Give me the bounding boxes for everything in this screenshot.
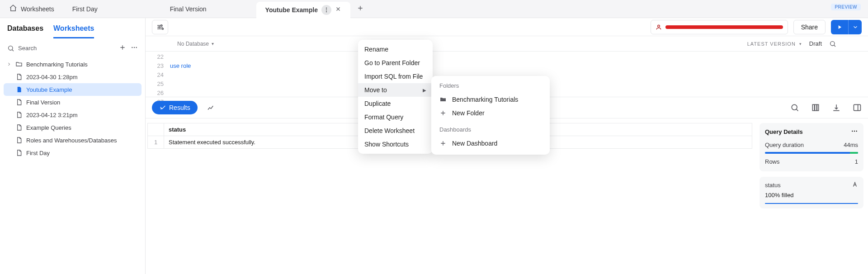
home-icon <box>9 4 17 14</box>
svg-point-7 <box>161 24 162 26</box>
svg-point-19 <box>856 131 857 132</box>
svg-point-12 <box>792 104 797 110</box>
tree-label: First Day <box>26 150 50 156</box>
duration-label: Query duration <box>765 142 804 148</box>
filled-label: 100% filled <box>765 192 858 198</box>
tab-home[interactable]: Worksheets <box>0 0 63 18</box>
chevron-right-icon <box>6 61 12 67</box>
tab-kebab-icon[interactable] <box>321 5 331 15</box>
file-icon <box>15 73 23 80</box>
tree-item[interactable]: 2023-04-30 1:28pm <box>4 71 142 83</box>
panel-title: Query Details <box>765 128 803 135</box>
chart-toggle[interactable] <box>203 101 218 114</box>
ctx-shortcuts[interactable]: Show Shortcuts <box>358 137 433 151</box>
sub-new-dashboard[interactable]: New Dashboard <box>431 137 550 150</box>
ctx-format-query[interactable]: Format Query <box>358 110 433 124</box>
version-selector[interactable]: LATEST VERSION ▾ <box>747 41 802 47</box>
tab-final-version[interactable]: Final Version <box>161 0 216 18</box>
tree-label: Benchmarking Tutorials <box>26 61 88 68</box>
share-button[interactable]: Share <box>793 20 826 34</box>
svg-point-17 <box>852 131 853 132</box>
tree-item[interactable]: First Day <box>4 146 142 159</box>
file-icon <box>15 137 23 144</box>
sub-head-dashboards: Dashboards <box>431 124 550 137</box>
tree-item[interactable]: Roles and Warehouses/Databases <box>4 134 142 146</box>
panel-toggle-icon[interactable] <box>853 103 862 112</box>
svg-point-8 <box>159 26 160 28</box>
query-details-panel: Query Details Query duration 44ms Rows 1 <box>760 123 863 171</box>
results-icon <box>159 104 166 111</box>
tab-active-youtube-example[interactable]: Youtube Example <box>256 2 350 18</box>
filled-bar <box>765 203 858 204</box>
left-tab-worksheets[interactable]: Worksheets <box>53 24 94 38</box>
editor-search-icon[interactable] <box>829 40 836 47</box>
settings-button[interactable] <box>152 20 168 34</box>
file-icon <box>15 149 23 156</box>
tree-label: 2023-04-12 3:21pm <box>26 112 77 118</box>
sub-new-folder[interactable]: New Folder <box>431 106 550 120</box>
run-button[interactable] <box>831 20 848 34</box>
tab-label: Final Version <box>170 5 207 13</box>
redacted-role <box>665 25 783 29</box>
run-menu-button[interactable] <box>848 20 862 34</box>
sub-head-folders: Folders <box>431 80 550 93</box>
tree-label: Example Queries <box>26 124 71 131</box>
version-label: LATEST VERSION <box>747 41 796 47</box>
file-icon <box>15 124 23 131</box>
ctx-rename[interactable]: Rename <box>358 43 433 56</box>
text-type-icon <box>852 181 858 189</box>
ctx-delete[interactable]: Delete Worksheet <box>358 124 433 137</box>
svg-point-5 <box>134 47 135 48</box>
code-line: use role <box>170 62 191 69</box>
row-number: 1 <box>148 136 164 149</box>
no-db-label: No Database <box>177 41 209 47</box>
tree-label: 2023-04-30 1:28pm <box>26 74 77 80</box>
svg-point-0 <box>326 7 327 8</box>
svg-rect-14 <box>815 104 816 110</box>
results-search-icon[interactable] <box>790 103 799 112</box>
editor-gutter: 22 23 24 25 26 27 <box>146 52 170 97</box>
user-icon <box>656 24 662 30</box>
svg-point-6 <box>136 47 137 48</box>
svg-rect-13 <box>812 104 814 110</box>
tab-label: Youtube Example <box>265 6 318 14</box>
rows-label: Rows <box>765 158 780 165</box>
ctx-move-to[interactable]: Move to▶ <box>358 83 433 97</box>
svg-rect-16 <box>854 104 861 110</box>
tab-label: First Day <box>72 5 98 13</box>
tab-home-label: Worksheets <box>21 5 54 13</box>
panel-more-icon[interactable] <box>851 128 858 136</box>
role-warehouse-selector[interactable] <box>651 20 788 34</box>
duration-value: 44ms <box>844 142 858 148</box>
svg-point-2 <box>326 11 327 12</box>
search-placeholder: Search <box>18 45 37 52</box>
tree-item[interactable]: Example Queries <box>4 121 142 134</box>
status-col-label: status <box>765 182 781 189</box>
left-tab-databases[interactable]: Databases <box>7 24 43 38</box>
more-icon[interactable] <box>131 44 138 52</box>
sub-folder-benchmarking[interactable]: Benchmarking Tutorials <box>431 93 550 106</box>
ctx-goto-parent[interactable]: Go to Parent Folder <box>358 56 433 70</box>
ctx-import-sql[interactable]: Import SQL from File <box>358 70 433 83</box>
tree-item[interactable]: 2023-04-12 3:21pm <box>4 109 142 121</box>
plus-icon <box>439 140 447 147</box>
results-tab[interactable]: Results <box>152 101 198 114</box>
svg-point-4 <box>132 47 132 48</box>
new-tab-button[interactable] <box>350 5 370 13</box>
search-icon <box>7 45 14 52</box>
tree-folder-benchmarking[interactable]: Benchmarking Tutorials <box>4 58 142 71</box>
ctx-duplicate[interactable]: Duplicate <box>358 97 433 110</box>
close-tab-icon[interactable] <box>335 6 341 14</box>
download-icon[interactable] <box>832 103 841 112</box>
add-worksheet-icon[interactable] <box>119 44 126 52</box>
tab-first-day[interactable]: First Day <box>63 0 107 18</box>
duration-bar <box>765 152 858 154</box>
sidebar-search[interactable]: Search <box>7 45 114 52</box>
database-selector[interactable]: No Database ▾ <box>177 41 740 47</box>
file-icon <box>15 99 23 106</box>
svg-point-18 <box>854 131 855 132</box>
tree-item[interactable]: Final Version <box>4 96 142 109</box>
columns-icon[interactable] <box>811 103 820 112</box>
tree-item-selected[interactable]: Youtube Example <box>4 83 142 96</box>
svg-point-11 <box>830 41 835 45</box>
